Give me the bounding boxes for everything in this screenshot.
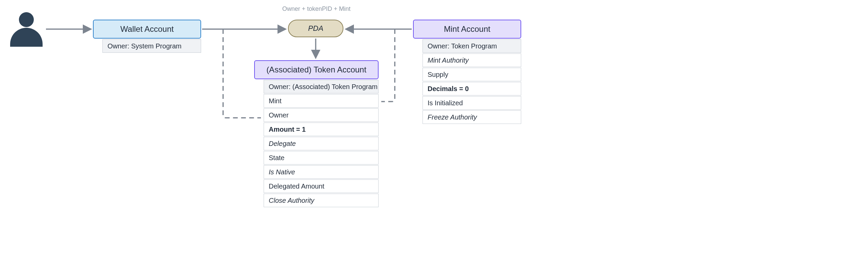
mint-owner-label: Owner: Token Program xyxy=(428,42,497,50)
mint-field-mint-authority: Mint Authority xyxy=(423,53,521,67)
token-owner-row: Owner: (Associated) Token Program xyxy=(264,80,379,93)
token-owner-label: Owner: (Associated) Token Program xyxy=(269,83,378,91)
wallet-account-title: Wallet Account xyxy=(120,24,174,34)
mint-account-title: Mint Account xyxy=(444,24,490,34)
token-account-title: (Associated) Token Account xyxy=(266,65,366,74)
token-field-delegated-amount-label: Delegated Amount xyxy=(269,182,324,190)
token-field-mint-label: Mint xyxy=(269,97,282,105)
pda-label: PDA xyxy=(308,24,323,33)
token-field-is-native: Is Native xyxy=(264,165,379,179)
token-field-delegate: Delegate xyxy=(264,137,379,150)
mint-owner-row: Owner: Token Program xyxy=(423,39,521,53)
token-field-delegated-amount: Delegated Amount xyxy=(264,179,379,193)
mint-account-header: Mint Account xyxy=(413,20,521,39)
wallet-account-header: Wallet Account xyxy=(93,20,201,39)
mint-field-is-initialized: Is Initialized xyxy=(423,96,521,110)
token-field-state: State xyxy=(264,151,379,165)
token-field-close-authority: Close Authority xyxy=(264,194,379,207)
pda-annotation: Owner + tokenPID + Mint xyxy=(272,5,360,13)
token-field-close-authority-label: Close Authority xyxy=(269,197,314,204)
token-field-amount-label: Amount = 1 xyxy=(269,126,306,133)
wallet-owner-label: Owner: System Program xyxy=(107,42,182,50)
token-field-owner-label: Owner xyxy=(269,111,289,119)
token-account-header: (Associated) Token Account xyxy=(254,60,379,79)
token-field-amount: Amount = 1 xyxy=(264,123,379,136)
mint-field-decimals: Decimals = 0 xyxy=(423,82,521,95)
mint-field-is-initialized-label: Is Initialized xyxy=(428,99,463,107)
mint-field-supply-label: Supply xyxy=(428,71,448,79)
token-field-is-native-label: Is Native xyxy=(269,168,295,176)
mint-field-supply: Supply xyxy=(423,68,521,81)
token-field-delegate-label: Delegate xyxy=(269,140,296,148)
user-icon xyxy=(9,12,43,49)
dash-mint-to-mint-field xyxy=(381,29,395,102)
pda-node: PDA xyxy=(288,20,343,37)
mint-field-decimals-label: Decimals = 0 xyxy=(428,85,469,93)
mint-field-mint-authority-label: Mint Authority xyxy=(428,57,469,64)
token-field-owner: Owner xyxy=(264,108,379,122)
token-field-state-label: State xyxy=(269,154,285,162)
mint-field-freeze-authority: Freeze Authority xyxy=(423,110,521,124)
wallet-owner-row: Owner: System Program xyxy=(102,39,201,53)
token-field-mint: Mint xyxy=(264,94,379,108)
mint-field-freeze-authority-label: Freeze Authority xyxy=(428,113,477,121)
